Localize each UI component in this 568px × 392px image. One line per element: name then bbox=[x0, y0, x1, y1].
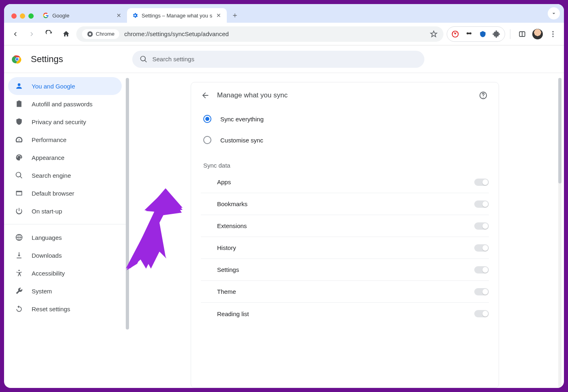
svg-point-14 bbox=[15, 58, 19, 61]
back-button[interactable] bbox=[8, 27, 22, 41]
sidebar-item-autofill-and-passwords[interactable]: Autofill and passwords bbox=[8, 95, 122, 113]
extension-icon-2[interactable] bbox=[465, 30, 473, 38]
extension-icon-1[interactable] bbox=[451, 30, 459, 38]
svg-point-9 bbox=[552, 31, 553, 32]
sidebar-item-label: Reset settings bbox=[32, 306, 70, 312]
gear-icon bbox=[132, 12, 138, 19]
radio-customise-sync[interactable]: Customise sync bbox=[201, 129, 489, 151]
back-arrow-icon[interactable] bbox=[201, 91, 210, 100]
sync-item-label: Reading list bbox=[217, 310, 249, 317]
sync-item-label: Settings bbox=[217, 266, 239, 273]
toggle-switch[interactable] bbox=[474, 266, 489, 274]
address-bar[interactable]: Chrome chrome://settings/syncSetup/advan… bbox=[76, 26, 443, 42]
sync-item-label: Theme bbox=[217, 288, 236, 295]
browser-window: Google ✕ Settings – Manage what you s ✕ bbox=[4, 4, 564, 388]
close-window-icon[interactable] bbox=[11, 13, 17, 19]
svg-point-2 bbox=[89, 33, 91, 35]
sidebar-item-label: Autofill and passwords bbox=[32, 101, 93, 108]
reset-icon bbox=[15, 305, 24, 313]
new-tab-button[interactable] bbox=[229, 10, 241, 21]
sidebar-item-privacy-and-security[interactable]: Privacy and security bbox=[8, 113, 122, 131]
search-settings-input[interactable]: Search settings bbox=[132, 51, 424, 68]
sidebar-item-appearance[interactable]: Appearance bbox=[8, 149, 122, 166]
search-icon bbox=[140, 55, 148, 63]
sidebar-item-you-and-google[interactable]: You and Google bbox=[8, 77, 122, 95]
svg-rect-6 bbox=[467, 32, 471, 34]
tab-title: Google bbox=[52, 13, 112, 19]
sync-item-label: History bbox=[217, 244, 236, 251]
reload-button[interactable] bbox=[42, 27, 56, 41]
bookmark-icon[interactable] bbox=[430, 30, 438, 38]
sync-item-label: Apps bbox=[217, 179, 231, 185]
tab-strip: Google ✕ Settings – Manage what you s ✕ bbox=[4, 4, 564, 23]
profile-avatar[interactable] bbox=[532, 29, 543, 39]
page-title: Manage what you sync bbox=[217, 91, 288, 99]
chrome-chip: Chrome bbox=[82, 29, 119, 39]
close-tab-icon[interactable]: ✕ bbox=[215, 12, 222, 19]
sync-item-apps: Apps bbox=[201, 171, 489, 193]
sidebar-item-label: On start-up bbox=[32, 208, 62, 215]
sidebar-item-label: Privacy and security bbox=[32, 118, 86, 125]
tab-google[interactable]: Google ✕ bbox=[38, 8, 127, 23]
extension-icon-3[interactable] bbox=[479, 30, 487, 38]
sync-item-history: History bbox=[201, 237, 489, 259]
toggle-switch[interactable] bbox=[474, 200, 489, 208]
sidebar-item-default-browser[interactable]: Default browser bbox=[8, 184, 122, 202]
settings-sidebar: You and GoogleAutofill and passwordsPriv… bbox=[4, 45, 126, 388]
settings-header: Settings Search settings bbox=[4, 45, 564, 73]
extensions-menu-icon[interactable] bbox=[493, 30, 501, 38]
clipboard-icon bbox=[15, 100, 24, 108]
minimize-window-icon[interactable] bbox=[20, 13, 25, 19]
toggle-switch[interactable] bbox=[474, 310, 489, 317]
shield-icon bbox=[15, 118, 24, 126]
sidebar-item-downloads[interactable]: Downloads bbox=[8, 246, 122, 264]
sidebar-item-performance[interactable]: Performance bbox=[8, 131, 122, 149]
sidebar-item-label: System bbox=[32, 288, 52, 295]
settings-app-title: Settings bbox=[31, 54, 63, 65]
power-icon bbox=[15, 207, 24, 215]
sync-item-bookmarks: Bookmarks bbox=[201, 193, 489, 215]
toggle-switch[interactable] bbox=[474, 244, 489, 252]
sidebar-item-search-engine[interactable]: Search engine bbox=[8, 166, 122, 184]
home-button[interactable] bbox=[59, 27, 73, 41]
url-text: chrome://settings/syncSetup/advanced bbox=[124, 30, 425, 37]
speed-icon bbox=[15, 136, 24, 144]
settings-main: Manage what you sync Sync everythingCust… bbox=[126, 45, 564, 388]
sync-item-theme: Theme bbox=[201, 281, 489, 303]
forward-button[interactable] bbox=[25, 27, 39, 41]
sync-item-label: Bookmarks bbox=[217, 200, 247, 207]
scrollbar-thumb[interactable] bbox=[558, 78, 562, 183]
sidebar-item-system[interactable]: System bbox=[8, 282, 122, 300]
person-icon bbox=[15, 82, 24, 90]
sidebar-item-on-start-up[interactable]: On start-up bbox=[8, 202, 122, 220]
toggle-switch[interactable] bbox=[474, 288, 489, 295]
tab-settings[interactable]: Settings – Manage what you s ✕ bbox=[127, 8, 227, 23]
radio-sync-everything[interactable]: Sync everything bbox=[201, 108, 489, 129]
download-icon bbox=[15, 251, 24, 259]
browser-toolbar: Chrome chrome://settings/syncSetup/advan… bbox=[4, 23, 564, 45]
sidebar-item-accessibility[interactable]: Accessibility bbox=[8, 264, 122, 282]
panel-icon[interactable] bbox=[515, 27, 529, 41]
browser-menu-button[interactable] bbox=[546, 27, 560, 41]
settings-page: Settings Search settings You and GoogleA… bbox=[4, 45, 564, 388]
page-scrollbar[interactable] bbox=[558, 78, 562, 388]
toggle-switch[interactable] bbox=[474, 222, 489, 230]
card-header: Manage what you sync bbox=[201, 82, 489, 108]
close-tab-icon[interactable]: ✕ bbox=[116, 12, 122, 19]
sync-item-extensions: Extensions bbox=[201, 215, 489, 237]
sidebar-item-languages[interactable]: Languages bbox=[8, 228, 122, 246]
radio-icon[interactable] bbox=[203, 136, 211, 144]
sidebar-item-label: Accessibility bbox=[32, 270, 65, 277]
tabs-overflow-button[interactable] bbox=[548, 7, 560, 19]
sidebar-item-reset-settings[interactable]: Reset settings bbox=[8, 300, 122, 318]
radio-icon[interactable] bbox=[203, 115, 211, 123]
maximize-window-icon[interactable] bbox=[28, 13, 34, 19]
toggle-switch[interactable] bbox=[474, 179, 489, 186]
sync-card: Manage what you sync Sync everythingCust… bbox=[191, 82, 499, 388]
help-icon[interactable] bbox=[478, 90, 489, 101]
sidebar-item-label: Appearance bbox=[32, 154, 65, 161]
sidebar-scrollbar[interactable] bbox=[126, 78, 129, 330]
chrome-logo-icon bbox=[11, 54, 23, 65]
sidebar-item-label: You and Google bbox=[32, 83, 75, 90]
radio-label: Sync everything bbox=[220, 116, 264, 123]
